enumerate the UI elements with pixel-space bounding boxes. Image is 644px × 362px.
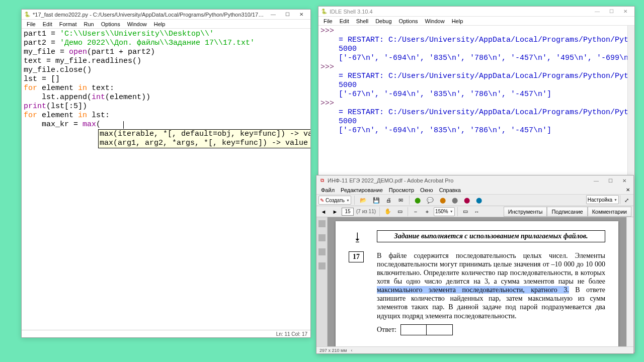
select-tool[interactable]: ▭ <box>395 207 405 217</box>
bookmarks-panel-icon[interactable] <box>318 234 326 241</box>
menu-view[interactable]: Просмотр <box>386 187 417 193</box>
answer-label: Ответ: <box>377 326 396 334</box>
minimize-button[interactable]: — <box>266 10 280 19</box>
comment-tab[interactable]: Комментарии <box>588 207 631 217</box>
task-text[interactable]: В файле содержится последовательность це… <box>377 251 605 320</box>
menu-run[interactable]: Run <box>81 21 97 28</box>
prev-page-button[interactable]: ◄ <box>318 207 329 217</box>
menu-help[interactable]: Help <box>151 21 169 28</box>
python-icon: 🐍 <box>24 11 31 18</box>
menu-shell[interactable]: Shell <box>353 18 371 25</box>
download-icon: ⭳ <box>349 229 367 245</box>
menu-window[interactable]: Window <box>124 21 150 28</box>
text-cursor <box>123 121 124 129</box>
editor-menubar: File Edit Format Run Options Window Help <box>22 20 310 29</box>
pdf-viewport[interactable]: ⭳ Задание выполняется с использованием п… <box>328 217 626 346</box>
menu-edit[interactable]: Редактирование <box>338 187 385 193</box>
tool-icon[interactable]: ⬤ <box>474 195 484 205</box>
minimize-button[interactable]: — <box>590 7 604 16</box>
fit-page-button[interactable]: ▭ <box>460 207 470 217</box>
shell-prompt: >>> <box>320 63 339 71</box>
acrobat-window: ⧉ ИНФ-11 ЕГЭ 2022_ДЕМО.pdf - Adobe Acrob… <box>316 175 634 354</box>
acrobat-sidebar <box>316 217 328 346</box>
menu-window[interactable]: Window <box>422 18 448 25</box>
fit-width-button[interactable]: ↔ <box>472 207 482 217</box>
menu-help[interactable]: Справка <box>437 187 463 193</box>
settings-dropdown[interactable]: Настройка ▼ <box>586 195 619 204</box>
menu-edit[interactable]: Edit <box>40 21 55 28</box>
pdf-page: ⭳ Задание выполняется с использованием п… <box>336 221 618 346</box>
editor-statusbar: Ln: 11 Col: 17 <box>22 330 310 337</box>
print-button[interactable]: 🖨 <box>384 195 394 205</box>
page-size-label: 297 x 210 мм <box>319 348 347 353</box>
task-number: 17 <box>349 251 364 262</box>
minimize-button[interactable]: — <box>589 176 603 185</box>
menu-window[interactable]: Окно <box>418 187 436 193</box>
menu-debug[interactable]: Debug <box>372 18 394 25</box>
open-button[interactable]: 📂 <box>358 195 369 205</box>
pdf-icon: ⧉ <box>318 177 326 184</box>
close-button[interactable]: ✕ <box>617 176 631 185</box>
tool-icon[interactable]: ⬤ <box>462 195 472 205</box>
acrobat-menubar: Файл Редактирование Просмотр Окно Справк… <box>316 186 633 194</box>
tools-tab[interactable]: Инструменты <box>504 207 547 217</box>
menu-options[interactable]: Options <box>396 18 421 25</box>
page-number-input[interactable] <box>342 208 354 216</box>
editor-titlebar[interactable]: 🐍 *17_fast demo2022.py - C:/Users/Univer… <box>22 10 310 20</box>
shell-title: IDLE Shell 3.10.4 <box>330 9 590 15</box>
close-button[interactable]: ✕ <box>618 7 632 16</box>
document-close-icon[interactable]: ✕ <box>624 187 631 194</box>
scroll-left-icon[interactable]: ‹ <box>351 348 352 353</box>
answer-field-1[interactable] <box>400 324 427 335</box>
cursor-position: Ln: 11 Col: 17 <box>276 331 307 337</box>
signatures-panel-icon[interactable] <box>318 262 326 269</box>
hand-tool[interactable]: ✋ <box>382 207 393 217</box>
attachments-panel-icon[interactable] <box>318 248 326 255</box>
maximize-button[interactable]: ☐ <box>603 176 617 185</box>
page-total-label: (7 из 11) <box>355 209 377 214</box>
tool-icon[interactable]: ⬤ <box>438 195 448 205</box>
highlighted-text: максимального элемента последовательност… <box>377 286 569 294</box>
pdf-scrollbar[interactable] <box>626 217 633 346</box>
task-banner: Задание выполняется с использованием при… <box>377 230 605 242</box>
editor-title: *17_fast demo2022.py - C:/Users/Universi… <box>33 12 266 18</box>
menu-file[interactable]: File <box>320 18 336 25</box>
next-page-button[interactable]: ► <box>330 207 340 217</box>
menu-file[interactable]: File <box>24 21 39 28</box>
tool-icon[interactable]: 💬 <box>425 195 436 205</box>
maximize-button[interactable]: ☐ <box>280 10 294 19</box>
call-tip: max(iterable, *[, default=obj, key=func]… <box>98 129 310 148</box>
pages-panel-icon[interactable] <box>318 220 326 227</box>
menu-edit[interactable]: Edit <box>337 18 352 25</box>
maximize-button[interactable]: ☐ <box>604 7 618 16</box>
shell-titlebar[interactable]: 🐍 IDLE Shell 3.10.4 — ☐ ✕ <box>318 7 634 17</box>
shell-prompt: >>> <box>320 99 339 108</box>
answer-field-2[interactable] <box>427 324 453 335</box>
zoom-out-button[interactable]: − <box>411 207 421 217</box>
acrobat-statusbar: 297 x 210 мм ‹ <box>316 346 633 353</box>
tool-icon[interactable]: ⬤ <box>413 195 423 205</box>
acrobat-title: ИНФ-11 ЕГЭ 2022_ДЕМО.pdf - Adobe Acrobat… <box>328 177 589 184</box>
create-dropdown[interactable]: ✎Создать ▼ <box>318 196 351 205</box>
snapshot-button[interactable]: ⤢ <box>621 195 631 205</box>
email-button[interactable]: ✉ <box>396 195 406 205</box>
menu-help[interactable]: Help <box>449 18 466 25</box>
menu-file[interactable]: Файл <box>318 187 337 193</box>
save-button[interactable]: 💾 <box>371 195 382 205</box>
python-icon: 🐍 <box>320 8 328 15</box>
shell-menubar: File Edit Shell Debug Options Window Hel… <box>318 17 634 26</box>
sign-tab[interactable]: Подписание <box>547 207 587 217</box>
shell-prompt: >>> <box>320 27 339 35</box>
menu-options[interactable]: Options <box>98 21 123 28</box>
idle-editor-window: 🐍 *17_fast demo2022.py - C:/Users/Univer… <box>21 9 311 338</box>
acrobat-titlebar[interactable]: ⧉ ИНФ-11 ЕГЭ 2022_ДЕМО.pdf - Adobe Acrob… <box>316 175 633 186</box>
menu-format[interactable]: Format <box>56 21 80 28</box>
zoom-level-dropdown[interactable]: 150% ▼ <box>434 207 455 216</box>
close-button[interactable]: ✕ <box>294 10 308 19</box>
code-editor[interactable]: part1 = 'C:\\Users\\University\\Desktop\… <box>22 29 310 330</box>
zoom-in-button[interactable]: + <box>422 207 432 217</box>
tool-icon[interactable]: ⬤ <box>450 195 460 205</box>
acrobat-toolbar-2: ◄ ► (7 из 11) ✋ ▭ − + 150% ▼ ▭ ↔ Инструм… <box>316 206 633 217</box>
acrobat-toolbar-1: ✎Создать ▼ 📂 💾 🖨 ✉ ⬤ 💬 ⬤ ⬤ ⬤ ⬤ Настройка… <box>316 194 633 206</box>
